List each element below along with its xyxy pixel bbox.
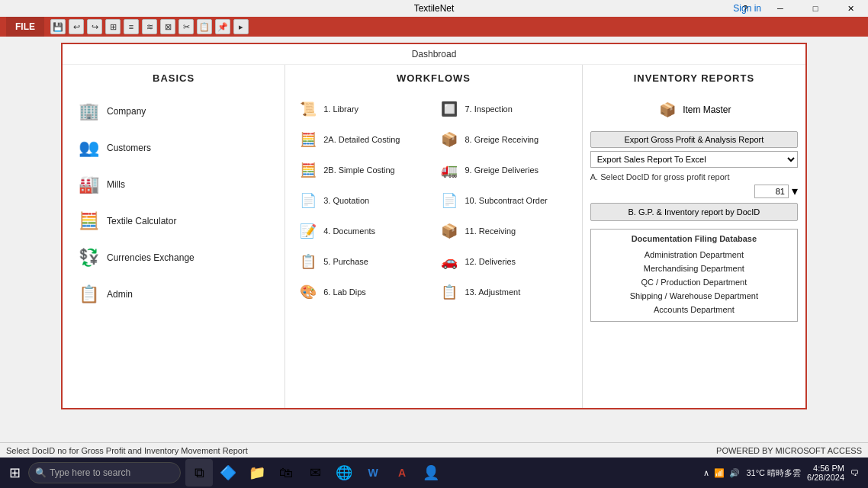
tool4-icon[interactable]: ⊠ xyxy=(160,19,175,34)
deliveries-item[interactable]: 🚗 12. Deliveries xyxy=(434,247,574,276)
store-icon[interactable]: 🛍 xyxy=(272,459,300,486)
maximize-button[interactable]: □ xyxy=(798,0,833,17)
qc-dept-button[interactable]: QC / Production Department xyxy=(596,275,792,289)
docid-input[interactable] xyxy=(754,185,789,198)
window-controls: ? ─ □ ✕ xyxy=(728,0,868,17)
mills-label: Mills xyxy=(107,179,125,190)
date: 6/28/2024 xyxy=(807,473,844,482)
library-label: 1. Library xyxy=(323,104,358,114)
sales-report-dropdown[interactable]: Export Sales Report To Excel xyxy=(590,151,798,168)
folder-icon[interactable]: 📁 xyxy=(243,459,271,486)
library-item[interactable]: 📜 1. Library xyxy=(293,95,432,124)
detailed-costing-label: 2A. Detailed Costing xyxy=(323,135,400,144)
item-master-label: Item Master xyxy=(683,104,731,115)
adjustment-icon: 📋 xyxy=(439,281,460,303)
greige-deliveries-item[interactable]: 🚛 9. Greige Deliveries xyxy=(434,156,574,185)
workflows-right: 🔲 7. Inspection 📦 8. Greige Receiving 🚛 … xyxy=(434,95,574,308)
greige-deliveries-icon: 🚛 xyxy=(439,159,460,181)
textile-calc-label: Textile Calculator xyxy=(107,216,176,226)
export-gp-button[interactable]: Export Gross Profit & Analysis Report xyxy=(590,131,798,148)
dashboard-body: BASICS 🏢 Company 👥 Customers 🏭 Mills 🧮 T… xyxy=(63,65,805,408)
detailed-costing-item[interactable]: 🧮 2A. Detailed Costing xyxy=(293,125,432,154)
tool5-icon[interactable]: ✂ xyxy=(178,19,194,34)
purchase-icon: 📋 xyxy=(297,251,319,272)
undo-icon[interactable]: ↩ xyxy=(69,19,84,34)
customers-menu-item[interactable]: 👥 Customers xyxy=(70,131,277,165)
mills-icon: 🏭 xyxy=(76,172,101,197)
wifi-icon: 📶 xyxy=(714,468,725,478)
adjustment-label: 13. Adjustment xyxy=(465,287,520,297)
shipping-dept-button[interactable]: Shipping / Warehouse Department xyxy=(596,289,792,303)
simple-costing-label: 2B. Simple Costing xyxy=(323,165,395,175)
tool3-icon[interactable]: ≋ xyxy=(142,19,157,34)
tool6-icon[interactable]: 📋 xyxy=(197,19,212,34)
subcontract-label: 10. Subcontract Order xyxy=(465,196,547,205)
textile-calc-icon: 🧮 xyxy=(76,209,101,233)
lab-dips-item[interactable]: 🎨 6. Lab Dips xyxy=(293,278,432,307)
doc-filing-section: Documentation Filing Database Administra… xyxy=(590,229,798,322)
purchase-label: 5. Purchase xyxy=(323,257,368,266)
admin-dept-button[interactable]: Administration Department xyxy=(596,248,792,262)
toolbar-icons: 💾 ↩ ↪ ⊞ ≡ ≋ ⊠ ✂ 📋 📌 ▸ xyxy=(50,19,249,34)
file-button[interactable]: FILE xyxy=(6,17,44,37)
tool7-icon[interactable]: 📌 xyxy=(215,19,230,34)
adjustment-item[interactable]: 📋 13. Adjustment xyxy=(434,278,574,307)
lab-dips-label: 6. Lab Dips xyxy=(323,287,366,297)
doc-filing-title: Documentation Filing Database xyxy=(596,234,792,243)
clock: 4:56 PM 6/28/2024 xyxy=(807,464,844,482)
textile-calc-menu-item[interactable]: 🧮 Textile Calculator xyxy=(70,204,277,238)
currency-menu-item[interactable]: 💱 Currencies Exchange xyxy=(70,241,277,274)
main-container: Dashbroad BASICS 🏢 Company 👥 Customers 🏭… xyxy=(0,37,868,416)
inspection-item[interactable]: 🔲 7. Inspection xyxy=(434,95,574,124)
weather: 31°C 晴時多雲 xyxy=(746,467,801,479)
time: 4:56 PM xyxy=(807,464,844,473)
docid-dropdown-icon[interactable]: ▾ xyxy=(792,184,798,198)
simple-costing-item[interactable]: 🧮 2B. Simple Costing xyxy=(293,156,432,185)
gp-report-button[interactable]: B. G.P. & Inventory report by DocID xyxy=(590,203,798,221)
admin-menu-item[interactable]: 📋 Admin xyxy=(70,278,277,311)
access-icon[interactable]: A xyxy=(388,459,416,486)
item-master-row[interactable]: 📦 Item Master xyxy=(590,95,798,125)
merchandising-dept-button[interactable]: Merchandising Department xyxy=(596,262,792,275)
tray-arrow[interactable]: ∧ xyxy=(703,468,709,478)
receiving-label: 11. Receiving xyxy=(465,226,516,236)
workflows-column: WORKFLOWS 📜 1. Library 🧮 2A. Detailed Co… xyxy=(285,65,583,408)
chrome-icon[interactable]: 🌐 xyxy=(330,459,358,486)
notification-icon[interactable]: 🗨 xyxy=(850,468,859,477)
purchase-item[interactable]: 📋 5. Purchase xyxy=(293,247,432,276)
user-icon[interactable]: 👤 xyxy=(417,459,445,486)
basics-header: BASICS xyxy=(70,72,277,84)
quotation-item[interactable]: 📄 3. Quotation xyxy=(293,186,432,215)
accounts-dept-button[interactable]: Accounts Department xyxy=(596,303,792,316)
tool1-icon[interactable]: ⊞ xyxy=(105,19,121,34)
basics-column: BASICS 🏢 Company 👥 Customers 🏭 Mills 🧮 T… xyxy=(63,65,285,408)
minimize-button[interactable]: ─ xyxy=(763,0,798,17)
mills-menu-item[interactable]: 🏭 Mills xyxy=(70,168,277,201)
start-button[interactable]: ⊞ xyxy=(3,461,27,484)
word-icon[interactable]: W xyxy=(359,459,387,486)
greige-receiving-label: 8. Greige Receiving xyxy=(465,135,538,144)
task-view-icon[interactable]: ⧉ xyxy=(185,459,213,486)
redo-icon[interactable]: ↪ xyxy=(87,19,102,34)
edge-icon[interactable]: 🔷 xyxy=(214,459,242,486)
subcontract-item[interactable]: 📄 10. Subcontract Order xyxy=(434,186,574,215)
close-button[interactable]: ✕ xyxy=(833,0,868,17)
docid-row: ▾ xyxy=(590,184,798,198)
save-icon[interactable]: 💾 xyxy=(50,19,66,34)
dashboard-frame: Dashbroad BASICS 🏢 Company 👥 Customers 🏭… xyxy=(61,43,807,409)
documents-item[interactable]: 📝 4. Documents xyxy=(293,217,432,246)
mail-icon[interactable]: ✉ xyxy=(301,459,329,486)
lab-dips-icon: 🎨 xyxy=(297,281,319,303)
greige-receiving-item[interactable]: 📦 8. Greige Receiving xyxy=(434,125,574,154)
greige-receiving-icon: 📦 xyxy=(439,129,460,150)
company-menu-item[interactable]: 🏢 Company xyxy=(70,95,277,128)
app-title: TextileNet xyxy=(414,3,455,14)
admin-icon: 📋 xyxy=(76,282,101,307)
library-icon: 📜 xyxy=(297,98,319,120)
tool8-icon[interactable]: ▸ xyxy=(233,19,249,34)
receiving-item[interactable]: 📦 11. Receiving xyxy=(434,217,574,246)
tool2-icon[interactable]: ≡ xyxy=(124,19,139,34)
deliveries-label: 12. Deliveries xyxy=(465,257,516,266)
subcontract-icon: 📄 xyxy=(439,190,460,211)
help-button[interactable]: ? xyxy=(728,0,763,17)
